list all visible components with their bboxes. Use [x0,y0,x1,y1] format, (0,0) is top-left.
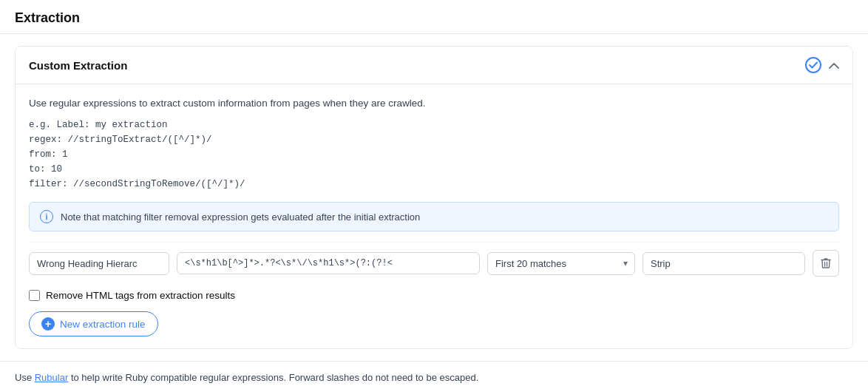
info-banner-text: Note that matching filter removal expres… [61,211,420,223]
info-icon: i [40,210,53,223]
info-banner: i Note that matching filter removal expr… [29,202,839,231]
remove-html-checkbox[interactable] [29,290,40,301]
description-text: Use regular expressions to extract custo… [29,98,839,109]
checkbox-label: Remove HTML tags from extraction results [46,290,235,301]
extraction-rule-row: First 20 matches First 50 matches All ma… [29,242,839,284]
add-extraction-rule-button[interactable]: + New extraction rule [29,311,158,336]
section-title: Custom Extraction [29,59,127,72]
footer-text-after: to help write Ruby compatible regular ex… [68,372,478,383]
add-rule-label: New extraction rule [60,319,146,330]
rule-matches-wrapper: First 20 matches First 50 matches All ma… [487,252,635,275]
page-container: Extraction Custom Extraction U [0,0,868,386]
rule-regex-input[interactable] [177,252,480,274]
section-header: Custom Extraction [16,47,852,84]
rule-matches-select[interactable]: First 20 matches First 50 matches All ma… [487,252,635,275]
plus-icon: + [41,317,55,331]
rubular-link[interactable]: Rubular [35,372,69,383]
header-icons [805,57,839,73]
footer-text: Use Rubular to help write Ruby compatibl… [0,361,868,386]
rule-label-input[interactable] [29,252,169,275]
code-example: e.g. Label: my extraction regex: //strin… [29,118,839,192]
rule-strip-input[interactable] [642,252,805,275]
section-body: Use regular expressions to extract custo… [16,84,852,348]
checkbox-row: Remove HTML tags from extraction results [29,284,839,304]
section-card: Custom Extraction Use regular expression… [15,46,853,349]
collapse-icon[interactable] [829,59,839,71]
check-circle-icon[interactable] [805,57,821,73]
delete-rule-button[interactable] [813,250,839,277]
page-header: Extraction [0,0,868,34]
footer-text-before: Use [15,372,35,383]
page-title: Extraction [15,10,853,26]
trash-icon [821,257,831,269]
